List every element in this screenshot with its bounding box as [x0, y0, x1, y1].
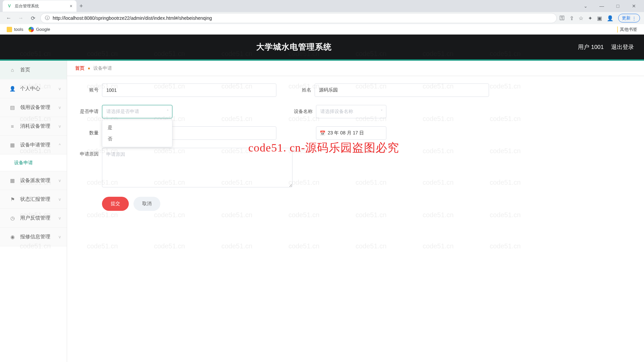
folder-icon	[7, 27, 12, 32]
breadcrumb-sep-icon: ■	[88, 66, 90, 70]
sidebar: ⌂ 首页 👤 个人中心 v ▤ 领用设备管理 v ≡ 消耗设备管理 v ▦ 设备…	[0, 61, 67, 362]
sidebar-item-dispatch[interactable]: ▦ 设备派发管理 v	[0, 171, 67, 190]
apply-option-no[interactable]: 否	[102, 133, 172, 145]
submit-button[interactable]: 提交	[102, 197, 129, 211]
form-area: 账号 姓名 是否申请 请选择是否申请 ˄	[67, 76, 644, 218]
apply-placeholder: 请选择是否申请	[106, 109, 139, 115]
window-controls: ⌄ — □ ✕	[578, 1, 641, 11]
new-tab-button[interactable]: +	[76, 3, 86, 10]
app-root: 大学城水电管理系统 用户 1001 退出登录 ⌂ 首页 👤 个人中心 v ▤ 领…	[0, 35, 644, 362]
sidebar-item-label: 个人中心	[20, 85, 40, 92]
vue-favicon: V	[7, 3, 12, 9]
chevron-down-icon: v	[59, 178, 61, 183]
google-icon	[29, 27, 34, 32]
app-header: 大学城水电管理系统 用户 1001 退出登录	[0, 35, 644, 61]
apply-option-yes[interactable]: 是	[102, 122, 172, 133]
maximize-icon[interactable]: □	[610, 1, 625, 11]
sidebar-item-label: 设备派发管理	[20, 177, 50, 184]
password-key-icon[interactable]: ⚿	[559, 15, 565, 21]
close-tab-icon[interactable]: ×	[70, 3, 72, 9]
chevron-down-icon[interactable]: ⌄	[578, 1, 593, 11]
app-title: 大学城水电管理系统	[10, 42, 578, 52]
sidebar-item-label: 状态汇报管理	[20, 196, 50, 202]
sidebar-item-consume[interactable]: ≡ 消耗设备管理 v	[0, 117, 67, 136]
home-icon: ⌂	[9, 67, 15, 73]
bookmark-google[interactable]: Google	[29, 27, 50, 32]
apply-select[interactable]: 请选择是否申请 ˄	[102, 105, 172, 118]
date-value: 23 年 08 月 17 日	[328, 130, 364, 136]
server-icon: ▤	[9, 105, 15, 111]
qty-label: 数量	[77, 130, 99, 136]
chevron-down-icon: v	[59, 86, 61, 91]
sidebar-item-label: 用户反馈管理	[20, 215, 50, 221]
url-text: http://localhost:8080/springbootrze22/ad…	[53, 15, 212, 21]
cancel-button[interactable]: 取消	[133, 197, 160, 211]
chevron-down-icon: v	[59, 235, 61, 239]
calendar-icon: 📅	[320, 130, 325, 136]
minimize-icon[interactable]: —	[594, 1, 609, 11]
star-icon[interactable]: ☆	[579, 15, 583, 21]
account-label: 账号	[77, 87, 99, 93]
sidebar-item-feedback[interactable]: ◷ 用户反馈管理 v	[0, 209, 67, 228]
browser-tabs-row: V 后台管理系统 × + ⌄ — □ ✕	[0, 0, 644, 12]
extensions-icon[interactable]: ✦	[588, 15, 592, 21]
chevron-down-icon: v	[59, 216, 61, 221]
site-info-icon[interactable]: ⓘ	[45, 15, 50, 21]
browser-update-button[interactable]: 更新⋮	[618, 14, 640, 22]
apply-dropdown: 是 否	[102, 120, 172, 147]
chevron-down-icon: ˅	[381, 109, 383, 114]
chevron-down-icon: v	[59, 197, 61, 202]
browser-tab[interactable]: V 后台管理系统 ×	[3, 0, 76, 12]
grid-icon: ▦	[9, 178, 15, 184]
bookmark-tools[interactable]: tools	[7, 27, 23, 32]
chevron-up-icon: ˄	[167, 109, 169, 114]
sidebar-item-repair[interactable]: ◉ 报修信息管理 v	[0, 228, 67, 246]
forward-button[interactable]: →	[16, 13, 25, 23]
other-bookmarks[interactable]: 其他书签	[617, 26, 637, 33]
flag-icon: ⚑	[9, 196, 15, 202]
sidebar-item-profile[interactable]: 👤 个人中心 v	[0, 79, 67, 98]
sidebar-item-apply[interactable]: ▦ 设备申请管理 ^	[0, 136, 67, 155]
breadcrumb-home[interactable]: 首页	[75, 65, 85, 71]
sidebar-item-label: 领用设备管理	[20, 104, 50, 111]
browser-chrome: V 后台管理系统 × + ⌄ — □ ✕ ← → ⟳ ⓘ http://loca…	[0, 0, 644, 35]
name-input[interactable]	[315, 83, 489, 97]
chevron-up-icon: ^	[59, 143, 61, 147]
back-button[interactable]: ←	[4, 13, 13, 23]
sidebar-item-receive[interactable]: ▤ 领用设备管理 v	[0, 98, 67, 117]
reason-label: 申请原因	[77, 148, 99, 157]
chevron-down-icon: v	[59, 105, 61, 110]
sidebar-item-home[interactable]: ⌂ 首页	[0, 61, 67, 79]
clock-icon: ◷	[9, 215, 15, 221]
sidepanel-icon[interactable]: ▣	[597, 15, 602, 21]
sidebar-sub-apply[interactable]: 设备申请	[0, 155, 67, 171]
sidebar-item-label: 消耗设备管理	[20, 123, 50, 129]
sidebar-item-label: 设备申请管理	[20, 142, 50, 148]
header-user-label: 用户 1001	[578, 43, 604, 51]
url-bar[interactable]: ⓘ http://localhost:8080/springbootrze22/…	[40, 13, 557, 23]
share-icon[interactable]: ⇪	[570, 15, 574, 21]
device-select[interactable]: 请选择设备名称 ˅	[316, 105, 386, 118]
tab-title: 后台管理系统	[15, 3, 39, 9]
reload-button[interactable]: ⟳	[28, 13, 38, 23]
account-input[interactable]	[102, 83, 276, 97]
reason-textarea[interactable]	[102, 148, 292, 187]
breadcrumb-current: 设备申请	[93, 65, 112, 71]
bars-icon: ≡	[9, 123, 15, 129]
bulb-icon: ◉	[9, 234, 15, 240]
device-placeholder: 请选择设备名称	[320, 109, 353, 115]
user-icon: 👤	[9, 86, 15, 92]
address-bar-row: ← → ⟳ ⓘ http://localhost:8080/springboot…	[0, 12, 644, 24]
date-input[interactable]: 📅 23 年 08 月 17 日	[316, 126, 386, 140]
logout-link[interactable]: 退出登录	[611, 43, 634, 51]
grid-icon: ▦	[9, 142, 15, 148]
apply-label: 是否申请	[77, 109, 99, 115]
name-label: 姓名	[290, 87, 311, 93]
profile-icon[interactable]: 👤	[607, 15, 613, 21]
sidebar-item-status[interactable]: ⚑ 状态汇报管理 v	[0, 190, 67, 209]
content-area: 首页 ■ 设备申请 账号 姓名 是否申请	[67, 61, 644, 362]
close-window-icon[interactable]: ✕	[627, 1, 641, 11]
breadcrumb: 首页 ■ 设备申请	[67, 61, 644, 76]
sidebar-item-label: 报修信息管理	[20, 234, 50, 240]
chevron-down-icon: v	[59, 124, 61, 129]
